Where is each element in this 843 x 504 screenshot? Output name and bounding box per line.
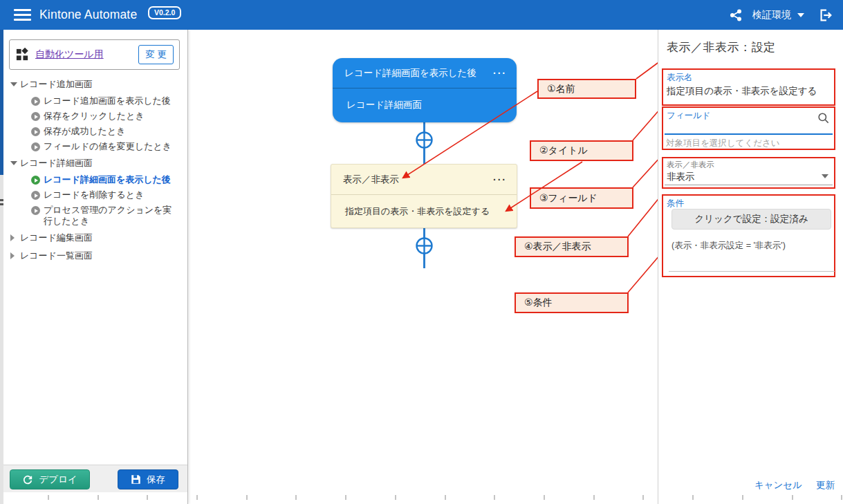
- annotation-box: ①名前: [537, 79, 636, 99]
- caret-collapsed-icon: [10, 252, 15, 259]
- annotation-box: ③フィールド: [530, 187, 633, 209]
- add-node-button[interactable]: [415, 131, 434, 149]
- environment-switcher[interactable]: 検証環境: [752, 9, 804, 21]
- panel-heading: 表示／非表示：設定: [667, 39, 776, 55]
- play-icon: [31, 206, 40, 215]
- version-badge: V0.2.0: [148, 6, 181, 19]
- event-tree: レコード追加画面レコード追加画面を表示した後保存をクリックしたとき保存が成功した…: [3, 75, 182, 265]
- annotation-box: ②タイトル: [530, 140, 633, 161]
- visibility-select-highlight: 表示／非表示 非表示: [662, 157, 835, 189]
- divider: [669, 271, 835, 272]
- caret-expanded-icon: [10, 161, 17, 165]
- field-selector-highlight: フィールド 対象項目を選択してください: [662, 106, 835, 150]
- annotation-box: ④表示／非表示: [515, 236, 629, 257]
- play-icon: [31, 127, 40, 136]
- field-label: フィールド: [667, 110, 711, 122]
- tree-group[interactable]: レコード一覧画面: [3, 247, 182, 265]
- play-icon: [31, 176, 40, 185]
- tree-item[interactable]: フィールドの値を変更したとき: [3, 139, 182, 154]
- play-icon: [31, 142, 40, 151]
- tree-item-label: レコードを削除するとき: [44, 189, 144, 200]
- environment-label: 検証環境: [752, 9, 791, 21]
- field-input-underline: [665, 133, 833, 135]
- tree-group-label: レコード一覧画面: [20, 250, 93, 262]
- tree-item-label: レコード追加画面を表示した後: [44, 95, 171, 106]
- hamburger-menu-icon[interactable]: [14, 9, 31, 21]
- tree-item-label: レコード詳細画面を表示した後: [44, 174, 171, 185]
- condition-set-button[interactable]: クリックで設定：設定済み: [671, 209, 831, 230]
- visibility-label: 表示／非表示: [667, 160, 714, 170]
- tree-group[interactable]: レコード詳細画面: [3, 154, 182, 172]
- action-node-title: 表示／非表示: [343, 174, 399, 186]
- trigger-node[interactable]: レコード詳細画面を表示した後 ··· レコード詳細画面: [333, 58, 517, 122]
- app-root: Kintone Automate V0.2.0 検証環境 自動化ツール用: [0, 0, 843, 504]
- tree-group-label: レコード追加画面: [20, 78, 93, 91]
- action-node[interactable]: 表示／非表示 ··· 指定項目の表示・非表示を設定する: [331, 164, 517, 228]
- annotation-box: ⑤条件: [515, 292, 629, 313]
- tree-item[interactable]: プロセス管理のアクションを実行したとき: [3, 203, 182, 229]
- left-edge-scrollbar[interactable]: [0, 30, 3, 504]
- tree-group-label: レコード詳細画面: [20, 157, 93, 169]
- tree-group[interactable]: レコード編集画面: [3, 229, 182, 247]
- sidebar: 自動化ツール用 変 更 レコード追加画面レコード追加画面を表示した後保存をクリッ…: [3, 30, 188, 504]
- change-app-button[interactable]: 変 更: [138, 45, 174, 64]
- play-icon: [31, 97, 40, 106]
- condition-summary: (表示・非表示設定 = '非表示'): [671, 240, 786, 252]
- cancel-link[interactable]: キャンセル: [754, 479, 802, 492]
- settings-panel: 表示／非表示：設定 表示名 指定項目の表示・非表示を設定する フィールド 対象項…: [658, 30, 843, 504]
- deploy-button[interactable]: デプロイ: [10, 469, 90, 489]
- app-title: Kintone Automate: [39, 0, 137, 30]
- visibility-underline: [665, 185, 833, 185]
- app-selector-box: 自動化ツール用 変 更: [9, 39, 180, 70]
- add-node-button[interactable]: [415, 236, 434, 255]
- condition-section-highlight: 条件 クリックで設定：設定済み (表示・非表示設定 = '非表示'): [662, 194, 835, 277]
- chevron-down-icon: [797, 13, 804, 17]
- tree-item[interactable]: レコード詳細画面を表示した後: [3, 172, 182, 187]
- app-name-link[interactable]: 自動化ツール用: [35, 48, 104, 61]
- top-header: Kintone Automate V0.2.0 検証環境: [0, 0, 843, 30]
- display-name-field-highlight: 表示名 指定項目の表示・非表示を設定する: [662, 68, 835, 106]
- tree-item-label: プロセス管理のアクションを実行したとき: [44, 205, 180, 227]
- search-icon[interactable]: [817, 111, 830, 127]
- tree-item[interactable]: レコードを削除するとき: [3, 187, 182, 203]
- tree-item-label: フィールドの値を変更したとき: [44, 141, 172, 152]
- tree-group[interactable]: レコード追加画面: [3, 75, 182, 93]
- play-icon: [31, 112, 40, 121]
- condition-label: 条件: [667, 198, 684, 209]
- save-label: 保存: [147, 474, 165, 486]
- sync-icon: [22, 474, 33, 485]
- visibility-select[interactable]: 非表示: [667, 171, 695, 183]
- trigger-node-subtitle: レコード詳細画面: [333, 88, 517, 121]
- tree-item[interactable]: 保存をクリックしたとき: [3, 109, 182, 124]
- display-name-label: 表示名: [667, 72, 693, 84]
- tree-item[interactable]: 保存が成功したとき: [3, 124, 182, 139]
- node-menu-icon[interactable]: ···: [493, 174, 507, 185]
- field-input-placeholder[interactable]: 対象項目を選択してください: [666, 138, 780, 149]
- update-link[interactable]: 更新: [816, 479, 835, 492]
- tree-item-label: 保存をクリックしたとき: [44, 111, 145, 122]
- logout-icon[interactable]: [818, 8, 833, 23]
- share-icon[interactable]: [729, 8, 743, 22]
- save-button[interactable]: 保存: [118, 469, 178, 489]
- deploy-label: デプロイ: [39, 474, 77, 486]
- action-node-subtitle: 指定項目の表示・非表示を設定する: [331, 195, 517, 227]
- app-icon: [15, 48, 30, 62]
- floppy-save-icon: [131, 474, 141, 485]
- sidebar-footer: デプロイ 保存: [3, 465, 187, 492]
- caret-expanded-icon: [10, 82, 17, 86]
- select-caret-icon[interactable]: [822, 174, 828, 178]
- trigger-node-title: レコード詳細画面を表示した後: [344, 67, 476, 80]
- caret-collapsed-icon: [10, 234, 15, 241]
- tree-item-label: 保存が成功したとき: [44, 126, 126, 137]
- node-menu-icon[interactable]: ···: [493, 68, 507, 79]
- tree-item[interactable]: レコード追加画面を表示した後: [3, 93, 182, 109]
- play-icon: [31, 191, 40, 200]
- display-name-input[interactable]: 指定項目の表示・非表示を設定する: [667, 85, 817, 97]
- tree-group-label: レコード編集画面: [20, 232, 93, 244]
